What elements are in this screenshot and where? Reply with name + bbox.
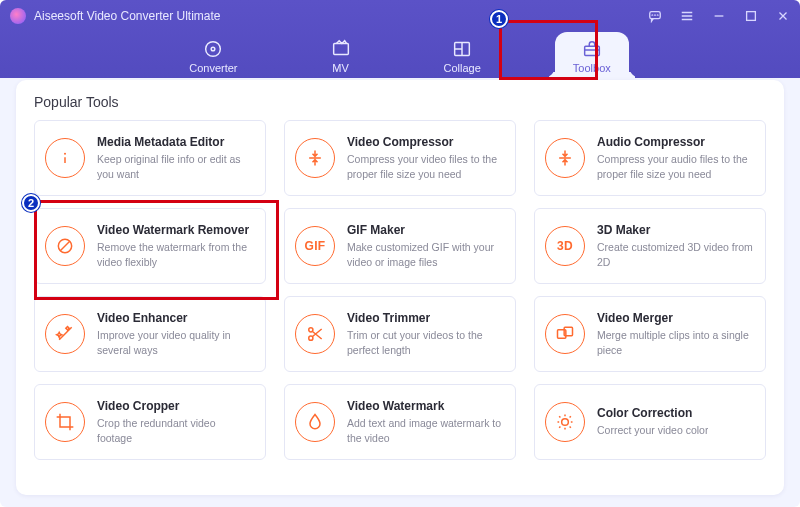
tool-desc: Trim or cut your videos to the perfect l…: [347, 328, 503, 356]
feedback-icon[interactable]: [648, 9, 662, 23]
tool-video-merger[interactable]: Video MergerMerge multiple clips into a …: [534, 296, 766, 372]
tool-gif-maker[interactable]: GIF GIF MakerMake customized GIF with yo…: [284, 208, 516, 284]
tool-desc: Compress your video files to the proper …: [347, 152, 503, 180]
toolbox-icon: [581, 38, 603, 60]
tab-label: Toolbox: [573, 62, 611, 74]
tool-video-enhancer[interactable]: Video EnhancerImprove your video quality…: [34, 296, 266, 372]
close-icon[interactable]: [776, 9, 790, 23]
tool-title: Video Watermark Remover: [97, 223, 253, 237]
svg-point-5: [206, 42, 221, 57]
compress-icon: [295, 138, 335, 178]
tab-collage[interactable]: Collage: [426, 32, 499, 78]
tab-toolbox[interactable]: Toolbox: [555, 32, 629, 78]
tool-title: Video Watermark: [347, 399, 503, 413]
remove-icon: [45, 226, 85, 266]
tools-panel: Popular Tools Media Metadata EditorKeep …: [16, 80, 784, 495]
gif-icon: GIF: [295, 226, 335, 266]
menu-icon[interactable]: [680, 9, 694, 23]
svg-point-16: [562, 419, 569, 426]
svg-point-1: [652, 15, 653, 16]
minimize-icon[interactable]: [712, 9, 726, 23]
tool-desc: Add text and image watermark to the vide…: [347, 416, 503, 444]
titlebar: Aiseesoft Video Converter Ultimate: [0, 0, 800, 32]
app-logo-icon: [10, 8, 26, 24]
panel-heading: Popular Tools: [34, 94, 766, 110]
tool-title: Video Merger: [597, 311, 753, 325]
tool-video-watermark[interactable]: Video WatermarkAdd text and image waterm…: [284, 384, 516, 460]
tool-title: Video Trimmer: [347, 311, 503, 325]
wand-icon: [45, 314, 85, 354]
tool-title: Color Correction: [597, 406, 708, 420]
tool-title: 3D Maker: [597, 223, 753, 237]
tool-desc: Improve your video quality in several wa…: [97, 328, 253, 356]
window-controls: [648, 9, 790, 23]
tool-video-cropper[interactable]: Video CropperCrop the redundant video fo…: [34, 384, 266, 460]
tool-desc: Correct your video color: [597, 423, 708, 437]
tool-color-correction[interactable]: Color CorrectionCorrect your video color: [534, 384, 766, 460]
tab-mv[interactable]: MV: [312, 32, 370, 78]
maximize-icon[interactable]: [744, 9, 758, 23]
svg-rect-7: [333, 44, 348, 55]
svg-point-3: [657, 15, 658, 16]
svg-point-6: [212, 47, 216, 51]
merge-icon: [545, 314, 585, 354]
svg-point-10: [64, 153, 66, 155]
scissors-icon: [295, 314, 335, 354]
tool-desc: Compress your audio files to the proper …: [597, 152, 753, 180]
tab-converter[interactable]: Converter: [171, 32, 255, 78]
tool-title: Video Compressor: [347, 135, 503, 149]
tool-video-compressor[interactable]: Video CompressorCompress your video file…: [284, 120, 516, 196]
tool-desc: Keep original file info or edit as you w…: [97, 152, 253, 180]
app-title: Aiseesoft Video Converter Ultimate: [34, 9, 648, 23]
crop-icon: [45, 402, 85, 442]
svg-rect-4: [747, 12, 756, 21]
tool-desc: Create customized 3D video from 2D: [597, 240, 753, 268]
svg-rect-9: [584, 46, 599, 55]
three-d-icon: 3D: [545, 226, 585, 266]
svg-point-12: [309, 328, 313, 332]
tool-desc: Make customized GIF with your video or i…: [347, 240, 503, 268]
tab-label: MV: [332, 62, 349, 74]
tool-title: Video Enhancer: [97, 311, 253, 325]
tool-media-metadata-editor[interactable]: Media Metadata EditorKeep original file …: [34, 120, 266, 196]
tool-video-trimmer[interactable]: Video TrimmerTrim or cut your videos to …: [284, 296, 516, 372]
svg-point-13: [309, 336, 313, 340]
tools-grid: Media Metadata EditorKeep original file …: [34, 120, 766, 460]
sun-icon: [545, 402, 585, 442]
tool-title: Video Cropper: [97, 399, 253, 413]
tool-desc: Crop the redundant video footage: [97, 416, 253, 444]
tab-label: Converter: [189, 62, 237, 74]
svg-point-2: [655, 15, 656, 16]
tool-title: GIF Maker: [347, 223, 503, 237]
info-icon: [45, 138, 85, 178]
tool-desc: Remove the watermark from the video flex…: [97, 240, 253, 268]
collage-icon: [451, 38, 473, 60]
main-tabs: Converter MV Collage Toolbox: [0, 32, 800, 78]
tool-3d-maker[interactable]: 3D 3D MakerCreate customized 3D video fr…: [534, 208, 766, 284]
tool-video-watermark-remover[interactable]: Video Watermark RemoverRemove the waterm…: [34, 208, 266, 284]
tool-title: Audio Compressor: [597, 135, 753, 149]
converter-icon: [202, 38, 224, 60]
app-window: Aiseesoft Video Converter Ultimate Conve…: [0, 0, 800, 507]
mv-icon: [330, 38, 352, 60]
water-drop-icon: [295, 402, 335, 442]
tool-desc: Merge multiple clips into a single piece: [597, 328, 753, 356]
compress-icon: [545, 138, 585, 178]
tab-label: Collage: [444, 62, 481, 74]
tool-audio-compressor[interactable]: Audio CompressorCompress your audio file…: [534, 120, 766, 196]
tool-title: Media Metadata Editor: [97, 135, 253, 149]
